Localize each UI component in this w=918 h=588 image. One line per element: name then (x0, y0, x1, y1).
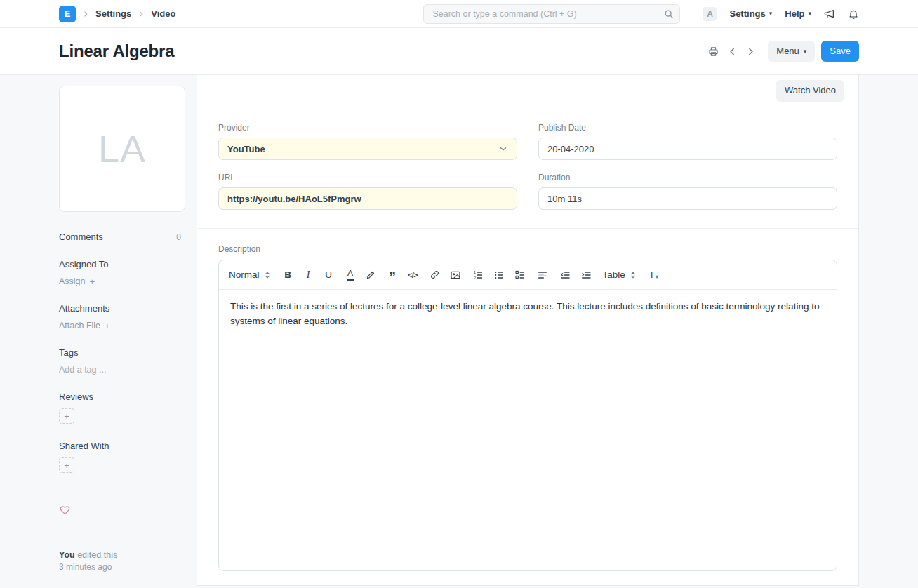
add-review-button[interactable]: + (59, 408, 74, 424)
comments-link[interactable]: Comments 0 (59, 232, 185, 242)
form-sidebar: LA Comments 0 Assigned To Assign + Attac… (59, 75, 185, 572)
highlight-pen-icon[interactable] (366, 267, 376, 283)
reviews-section: Reviews + (59, 392, 185, 424)
description-text: This is the first in a series of lecture… (230, 300, 825, 329)
table-menu[interactable]: Table (603, 267, 637, 283)
paragraph-style-select[interactable]: Normal (229, 267, 272, 283)
clear-format-icon[interactable]: T x (648, 267, 659, 283)
watch-video-button[interactable]: Watch Video (776, 80, 844, 101)
underline-icon[interactable]: U (324, 267, 334, 283)
last-edited-info: You edited this 3 minutes ago (59, 550, 185, 572)
text-color-letter: A (347, 269, 354, 281)
document-image-placeholder[interactable]: LA (59, 86, 185, 212)
plus-icon: + (105, 321, 110, 330)
up-down-chevrons-icon (629, 271, 637, 279)
clear-format-t: T (648, 269, 654, 280)
save-button[interactable]: Save (821, 41, 859, 62)
duration-field: Duration (538, 173, 837, 210)
tags-heading: Tags (59, 347, 185, 358)
provider-value: YouTube (227, 144, 265, 154)
edited-timestamp: 3 minutes ago (59, 562, 185, 572)
edited-by-user: You (59, 550, 75, 560)
announcements-megaphone-icon[interactable] (824, 8, 835, 20)
url-input[interactable] (218, 187, 517, 210)
page-head: Linear Algebra Menu ▾ Save (0, 28, 918, 75)
assigned-to-heading: Assigned To (59, 259, 185, 269)
print-button[interactable] (706, 44, 721, 59)
reviews-heading: Reviews (59, 392, 185, 402)
caret-down-icon: ▾ (769, 11, 773, 17)
avatar-letter: A (707, 9, 713, 19)
chevron-right-icon (138, 11, 145, 18)
global-search (423, 4, 680, 24)
settings-menu[interactable]: Settings ▾ (729, 8, 772, 19)
document-image-initials: LA (98, 127, 146, 171)
code-icon[interactable]: </> (408, 267, 418, 283)
breadcrumb-settings[interactable]: Settings (95, 8, 131, 19)
page-actions: Menu ▾ Save (706, 41, 859, 62)
svg-text:2: 2 (474, 276, 476, 280)
ordered-list-icon[interactable]: 12 (472, 267, 484, 283)
app-logo[interactable]: E (59, 6, 76, 22)
next-document-button[interactable] (744, 45, 757, 58)
publish-date-input[interactable] (538, 138, 837, 160)
app-logo-letter: E (65, 8, 71, 19)
clear-format-x: x (656, 273, 659, 280)
page-title: Linear Algebra (59, 41, 174, 61)
add-share-button[interactable]: + (59, 457, 74, 473)
duration-input[interactable] (538, 187, 837, 210)
chevron-down-icon (498, 144, 508, 154)
url-label: URL (218, 173, 517, 182)
shared-with-section: Shared With + (59, 441, 185, 473)
up-down-chevrons-icon (263, 271, 272, 279)
checklist-icon[interactable] (514, 267, 526, 283)
publish-date-label: Publish Date (538, 123, 837, 133)
menu-button-label: Menu (776, 45, 799, 58)
edited-line: You edited this (59, 550, 185, 560)
table-menu-label: Table (603, 269, 625, 280)
attachments-heading: Attachments (59, 303, 185, 314)
image-icon[interactable] (450, 267, 461, 283)
description-label: Description (218, 244, 837, 254)
breadcrumb-video[interactable]: Video (151, 8, 175, 19)
align-left-icon[interactable] (537, 267, 548, 283)
provider-label: Provider (218, 123, 517, 133)
assign-button[interactable]: Assign + (59, 276, 95, 286)
video-details-section: Provider YouTube Publish Date (197, 107, 858, 229)
page-body: LA Comments 0 Assigned To Assign + Attac… (59, 75, 859, 586)
editor-toolbar: Normal B I U (219, 260, 837, 290)
notifications-bell-icon[interactable] (848, 8, 859, 20)
blockquote-icon[interactable]: ” (387, 267, 398, 283)
description-section: Description Normal B (197, 229, 858, 588)
description-editor-area[interactable]: This is the first in a series of lecture… (219, 290, 837, 570)
shared-with-heading: Shared With (59, 441, 185, 451)
prev-document-button[interactable] (726, 45, 739, 58)
attach-file-button[interactable]: Attach File + (59, 321, 110, 330)
url-field: URL (218, 173, 517, 210)
provider-select[interactable]: YouTube (218, 138, 517, 160)
like-heart-icon[interactable] (59, 504, 71, 516)
menu-button[interactable]: Menu ▾ (768, 41, 815, 62)
plus-icon: + (64, 411, 69, 422)
link-icon[interactable] (430, 267, 440, 283)
plus-icon: + (64, 460, 69, 471)
duration-label: Duration (538, 173, 837, 182)
plus-icon: + (90, 277, 95, 286)
form-card: Watch Video Provider YouTube Pu (197, 75, 859, 586)
indent-icon[interactable] (580, 267, 592, 283)
chevron-right-icon (82, 11, 89, 18)
bullet-list-icon[interactable] (493, 267, 505, 283)
attachments-section: Attachments Attach File + (59, 303, 185, 330)
search-input[interactable] (423, 4, 680, 24)
outdent-icon[interactable] (559, 267, 571, 283)
text-color-icon[interactable]: A (345, 267, 356, 283)
bold-icon[interactable]: B (283, 267, 293, 283)
help-menu[interactable]: Help ▾ (785, 8, 811, 19)
italic-icon[interactable]: I (303, 267, 314, 283)
tags-section: Tags (59, 347, 185, 375)
edited-action-text: edited this (77, 550, 117, 560)
paragraph-style-value: Normal (229, 269, 260, 280)
add-tag-input[interactable] (59, 365, 185, 375)
user-avatar[interactable]: A (703, 7, 717, 21)
assigned-to-section: Assigned To Assign + (59, 259, 185, 286)
